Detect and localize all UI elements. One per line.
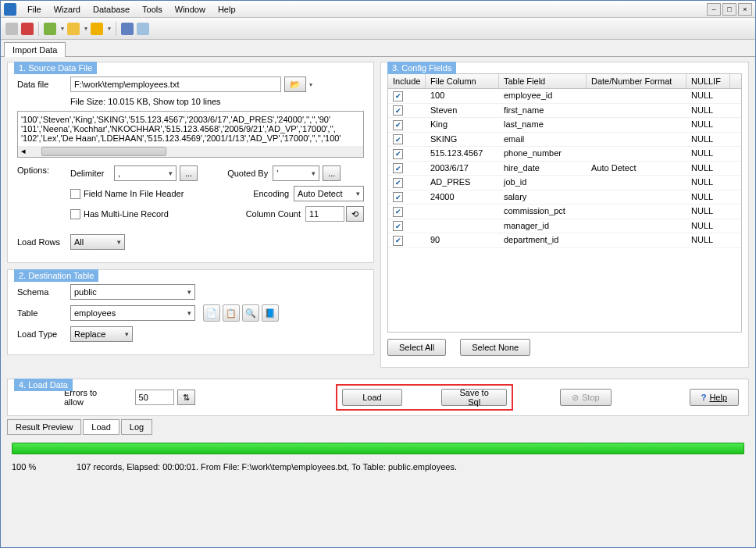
col-file-column[interactable]: File Column [426,74,499,88]
table-action-4[interactable]: 📘 [262,304,279,322]
toolbar-icon-1[interactable] [5,23,18,35]
config-row[interactable]: ✔90department_idNULL [388,233,741,248]
table-action-2[interactable]: 📋 [223,304,240,322]
cell-nullif: NULL [686,104,730,118]
config-row[interactable]: ✔24000salaryNULL [388,190,741,205]
config-row[interactable]: ✔100employee_idNULL [388,89,741,104]
load-button[interactable]: Load [342,389,403,406]
select-schema[interactable]: public [70,284,195,300]
browse-dropdown[interactable]: ▾ [309,81,312,88]
browse-button[interactable]: 📂 [284,77,306,92]
config-row[interactable]: ✔515.123.4567phone_numberNULL [388,147,741,162]
tab-result-preview[interactable]: Result Preview [7,419,81,435]
checkbox-field-name-header[interactable] [70,189,80,199]
row-checkbox[interactable]: ✔ [393,207,403,217]
select-delimiter[interactable]: , [114,165,177,181]
config-row[interactable]: ✔SKINGemailNULL [388,133,741,148]
col-date-format[interactable]: Date/Number Format [587,74,686,88]
label-options: Options: [17,165,70,175]
tab-log[interactable]: Log [121,419,152,435]
table-action-1[interactable]: 📄 [203,304,220,322]
cell-table-field: department_id [499,233,587,247]
row-checkbox[interactable]: ✔ [393,91,403,101]
cell-file-column: Steven [426,104,499,118]
config-row[interactable]: ✔2003/6/17hire_dateAuto DetectNULL [388,162,741,176]
select-load-rows[interactable]: All [70,234,125,250]
select-quoted-by[interactable]: ' [273,165,319,181]
toolbar-icon-4[interactable] [67,23,80,35]
row-checkbox[interactable]: ✔ [393,221,403,231]
input-data-file[interactable] [70,77,281,92]
row-checkbox[interactable]: ✔ [393,236,403,246]
stop-button[interactable]: ⊘Stop [560,389,612,406]
quoted-more[interactable]: ... [323,165,341,181]
toolbar-icon-2[interactable] [21,23,34,35]
config-row[interactable]: ✔commission_pctNULL [388,205,741,219]
toolbar-icon-5[interactable] [91,23,103,35]
config-row[interactable]: ✔AD_PRESjob_idNULL [388,176,741,190]
cell-nullif: NULL [686,147,730,161]
panel-source-title: 1. Source Data File [14,62,97,74]
row-checkbox[interactable]: ✔ [393,120,403,130]
label-delimiter: Delimiter [70,169,114,178]
row-checkbox[interactable]: ✔ [393,163,403,173]
select-encoding[interactable]: Auto Detect [294,186,364,201]
save-to-sql-button[interactable]: Save to Sql [441,389,507,406]
menu-file[interactable]: File [21,3,48,16]
cell-file-column: 90 [426,233,499,247]
row-checkbox[interactable]: ✔ [393,178,403,188]
minimize-button[interactable]: – [707,3,721,16]
col-nullif[interactable]: NULLIF [686,74,730,88]
delimiter-more[interactable]: ... [180,165,198,181]
toolbar-icon-3[interactable] [44,23,56,35]
select-none-button[interactable]: Select None [460,339,530,356]
checkbox-multiline[interactable] [70,209,80,219]
close-button[interactable]: × [738,3,752,16]
select-all-button[interactable]: Select All [387,339,446,356]
row-checkbox[interactable]: ✔ [393,105,403,116]
label-file-size: File Size: 10.015 KB, Show top 10 lines [70,97,221,106]
status-percent: 100 % [12,462,74,471]
toolbar-drop-4[interactable]: ▾ [84,25,87,32]
toolbar-drop-5[interactable]: ▾ [108,25,111,32]
input-column-count[interactable] [305,206,344,222]
cell-file-column: 24000 [426,190,499,205]
menu-wizard[interactable]: Wizard [48,3,87,16]
preview-scrollbar[interactable]: ◂ [18,146,363,157]
cell-date-format [587,205,686,219]
refresh-column-count[interactable]: ⟲ [346,206,364,222]
tab-load[interactable]: Load [83,419,119,435]
config-row[interactable]: ✔manager_idNULL [388,219,741,234]
label-multiline: Has Multi-Line Record [84,209,169,219]
config-row[interactable]: ✔Stevenfirst_nameNULL [388,104,741,119]
toolbar-icon-7[interactable] [137,23,149,35]
row-checkbox[interactable]: ✔ [393,192,403,202]
select-load-type[interactable]: Replace [70,326,133,342]
label-field-name-header: Field Name In File Header [84,189,184,198]
cell-table-field: phone_number [499,147,587,161]
cell-date-format [587,133,686,147]
label-data-file: Data file [17,80,70,89]
help-button[interactable]: ?Help [690,389,739,406]
menu-window[interactable]: Window [169,3,212,16]
tab-import-data[interactable]: Import Data [4,42,66,57]
menu-tools[interactable]: Tools [136,3,169,16]
config-row[interactable]: ✔Kinglast_nameNULL [388,118,741,133]
toolbar-icon-6[interactable] [121,23,134,35]
input-errors[interactable] [135,390,174,405]
menu-database[interactable]: Database [87,3,136,16]
restore-button[interactable]: □ [722,3,736,16]
col-table-field[interactable]: Table Field [499,74,587,88]
progress-area: 100 % 107 records, Elapsed: 00:00:01. Fr… [1,435,755,479]
col-include[interactable]: Include [388,74,426,88]
row-checkbox[interactable]: ✔ [393,149,403,159]
row-checkbox[interactable]: ✔ [393,134,403,144]
table-action-3[interactable]: 🔍 [242,304,259,322]
errors-spin[interactable]: ⇅ [177,390,195,405]
toolbar: ▾ ▾ ▾ [1,18,755,40]
menu-help[interactable]: Help [212,3,242,16]
cell-nullif: NULL [686,219,730,233]
toolbar-drop-3[interactable]: ▾ [61,25,64,32]
select-table[interactable]: employees [70,305,195,321]
panel-destination-title: 2. Destination Table [14,269,98,282]
